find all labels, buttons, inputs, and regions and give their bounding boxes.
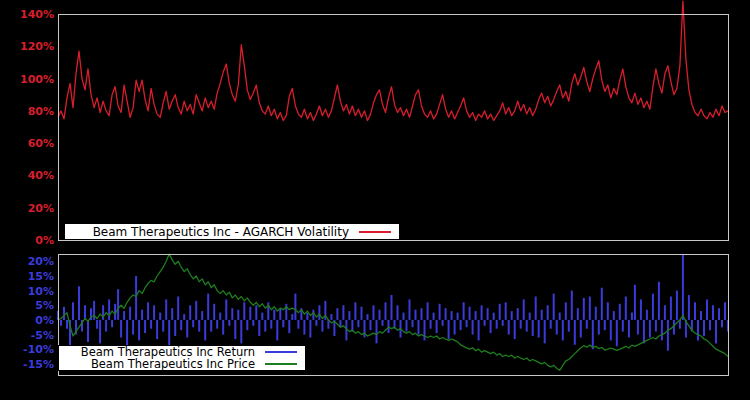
return-price-y-axis: -15%-10%-5%0%5%10%15%20%: [0, 0, 54, 400]
return-legend-line-sample: [265, 351, 297, 353]
y-tick-label: 5%: [0, 299, 54, 312]
volatility-legend-label: Beam Therapeutics Inc - AGARCH Volatilit…: [93, 226, 349, 238]
y-tick-label: -10%: [0, 343, 54, 356]
y-tick-label: 15%: [0, 270, 54, 283]
price-legend-row: Beam Therapeutics Inc Price: [59, 358, 305, 370]
y-tick-label: 10%: [0, 285, 54, 298]
price-legend-line-sample: [265, 363, 297, 365]
y-tick-label: 0%: [0, 314, 54, 327]
volatility-legend-line-sample: [359, 231, 391, 233]
y-tick-label: -5%: [0, 329, 54, 342]
volatility-legend: Beam Therapeutics Inc - AGARCH Volatilit…: [64, 223, 400, 240]
return-price-legend: Beam Therapeutics Inc Return Beam Therap…: [58, 345, 306, 371]
y-tick-label: -15%: [0, 358, 54, 371]
price-legend-label: Beam Therapeutics Inc Price: [91, 358, 255, 370]
chart-figure: 0%20%40%60%80%100%120%140% -15%-10%-5%0%…: [0, 0, 750, 400]
y-tick-label: 20%: [0, 255, 54, 268]
volatility-legend-row: Beam Therapeutics Inc - AGARCH Volatilit…: [65, 226, 399, 238]
dual-panel-plot-canvas: [0, 0, 750, 400]
